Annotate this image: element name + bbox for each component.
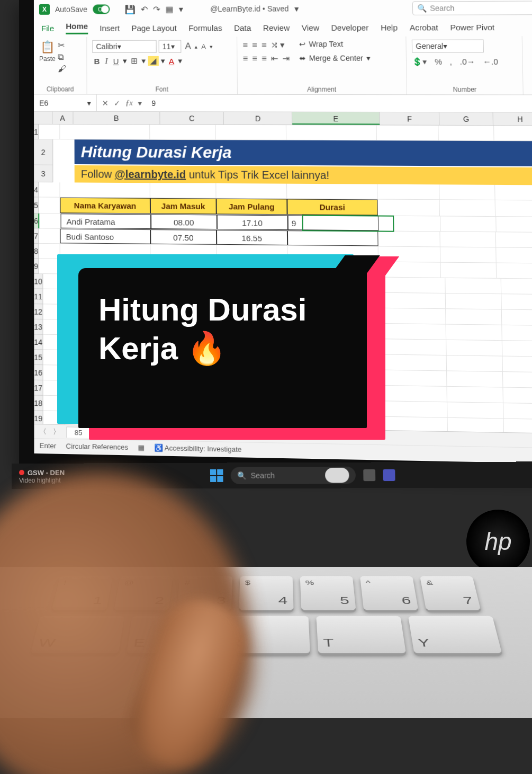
- tab-view[interactable]: View: [302, 23, 319, 32]
- tab-page-layout[interactable]: Page Layout: [131, 23, 176, 32]
- tab-power-pivot[interactable]: Power Pivot: [450, 22, 494, 32]
- tab-data[interactable]: Data: [234, 23, 251, 32]
- font-size-combo[interactable]: 11 ▾: [159, 40, 182, 53]
- fill-color-icon[interactable]: ◢: [148, 56, 158, 66]
- start-button[interactable]: [210, 469, 223, 482]
- cell-nama[interactable]: Andi Pratama: [60, 213, 151, 229]
- col-header-g[interactable]: G: [439, 112, 493, 125]
- row-header[interactable]: 17: [34, 380, 43, 396]
- row-header[interactable]: 15: [34, 350, 43, 365]
- tab-acrobat[interactable]: Acrobat: [410, 23, 438, 32]
- number-format-combo[interactable]: General ▾: [412, 40, 484, 53]
- row-header[interactable]: 12: [34, 304, 43, 319]
- row-header[interactable]: 10: [34, 274, 43, 289]
- cell-masuk[interactable]: 08.00: [151, 214, 217, 229]
- cell-durasi[interactable]: [287, 230, 378, 246]
- align-top-icon[interactable]: ≡: [242, 40, 248, 50]
- document-title[interactable]: @LearnByte.id • Saved: [210, 4, 288, 13]
- merge-center-button[interactable]: ⬌Merge & Center ▾: [299, 54, 370, 62]
- title-dropdown-icon[interactable]: ▾: [294, 4, 299, 14]
- redo-icon[interactable]: ↷: [154, 4, 160, 14]
- key-5[interactable]: %5: [300, 576, 356, 610]
- cell-pulang[interactable]: 16.55: [217, 230, 287, 245]
- row-header[interactable]: 5: [34, 197, 39, 213]
- th-durasi[interactable]: Durasi: [287, 199, 378, 215]
- font-name-combo[interactable]: Calibri ▾: [92, 40, 156, 53]
- autosave-toggle[interactable]: On: [93, 4, 120, 14]
- row-header[interactable]: 7: [34, 228, 39, 244]
- cell-masuk[interactable]: 07.50: [150, 229, 217, 245]
- save-icon[interactable]: 💾: [125, 4, 136, 14]
- font-color-icon[interactable]: A: [167, 56, 176, 65]
- underline-button[interactable]: U: [112, 56, 121, 65]
- select-all-corner[interactable]: [34, 112, 52, 124]
- fx-dropdown-icon[interactable]: ▾: [138, 99, 142, 107]
- align-middle-icon[interactable]: ≡: [252, 40, 257, 50]
- th-nama[interactable]: Nama Karyawan: [60, 198, 150, 214]
- col-header-f[interactable]: F: [380, 112, 439, 125]
- align-left-icon[interactable]: ≡: [243, 54, 248, 63]
- increase-indent-icon[interactable]: ⇥: [282, 54, 290, 64]
- format-painter-icon[interactable]: 🖌: [58, 64, 66, 74]
- qat-dropdown-icon[interactable]: ▾: [179, 4, 183, 14]
- row-header[interactable]: 14: [34, 334, 43, 350]
- borders-icon[interactable]: ⊞: [129, 56, 139, 66]
- row-header[interactable]: 9: [34, 259, 39, 274]
- key-t[interactable]: T: [316, 616, 406, 654]
- comma-format-icon[interactable]: ,: [450, 57, 453, 66]
- col-header-c[interactable]: C: [160, 112, 224, 124]
- formula-input[interactable]: 9: [147, 99, 532, 108]
- percent-format-icon[interactable]: %: [435, 57, 442, 66]
- status-accessibility[interactable]: ♿ Accessibility: Investigate: [154, 443, 241, 453]
- cell-nama[interactable]: Budi Santoso: [60, 229, 150, 244]
- formula-cancel-icon[interactable]: ✕: [102, 99, 109, 107]
- key-7[interactable]: &7: [420, 576, 481, 610]
- align-right-icon[interactable]: ≡: [262, 54, 267, 63]
- col-header-h[interactable]: H: [493, 112, 532, 125]
- orientation-icon[interactable]: ⤭ ▾: [271, 40, 285, 50]
- row-header[interactable]: 16: [34, 365, 43, 380]
- row-header[interactable]: 2: [34, 139, 53, 165]
- tab-formulas[interactable]: Formulas: [188, 23, 222, 32]
- tab-review[interactable]: Review: [263, 23, 290, 32]
- row-header[interactable]: 4: [34, 182, 39, 197]
- key-4[interactable]: $4: [239, 576, 293, 610]
- th-masuk[interactable]: Jam Masuk: [150, 198, 217, 214]
- status-stats-icon[interactable]: ▦: [138, 443, 144, 452]
- taskbar-search[interactable]: 🔍 Search: [231, 467, 356, 484]
- undo-icon[interactable]: ↶: [141, 4, 148, 14]
- align-bottom-icon[interactable]: ≡: [262, 40, 267, 50]
- row-header[interactable]: 6: [34, 213, 39, 229]
- bold-button[interactable]: B: [92, 56, 101, 65]
- col-header-e[interactable]: E: [292, 112, 380, 125]
- col-header-b[interactable]: B: [73, 112, 160, 124]
- italic-button[interactable]: I: [103, 56, 109, 65]
- tab-insert[interactable]: Insert: [100, 23, 120, 32]
- row-header[interactable]: 3: [34, 165, 53, 183]
- row-header[interactable]: 18: [34, 396, 43, 411]
- tab-help[interactable]: Help: [381, 23, 398, 32]
- taskbar-teams-icon[interactable]: [383, 469, 395, 481]
- cell-durasi-active[interactable]: 9: [287, 215, 378, 230]
- tab-developer[interactable]: Developer: [331, 23, 369, 32]
- row-header[interactable]: 8: [34, 244, 39, 259]
- increase-decimal-icon[interactable]: .0→: [460, 57, 475, 66]
- row-header[interactable]: 19: [34, 411, 43, 426]
- row-header[interactable]: 1: [34, 124, 39, 139]
- decrease-decimal-icon[interactable]: ←.0: [483, 57, 498, 67]
- paste-button[interactable]: 📋 Paste: [39, 40, 56, 63]
- tab-file[interactable]: File: [41, 23, 54, 32]
- cut-icon[interactable]: ✂: [58, 40, 66, 50]
- tab-home[interactable]: Home: [66, 22, 88, 34]
- search-box[interactable]: 🔍 Search: [412, 1, 532, 15]
- taskbar-app-icon[interactable]: [363, 469, 375, 481]
- col-header-d[interactable]: D: [224, 112, 292, 124]
- accounting-format-icon[interactable]: 💲▾: [412, 57, 427, 67]
- increase-font-icon[interactable]: A: [183, 41, 193, 52]
- fx-icon[interactable]: ƒx: [125, 99, 132, 107]
- row-header[interactable]: 11: [34, 289, 43, 304]
- row-header[interactable]: 13: [34, 319, 43, 335]
- decrease-indent-icon[interactable]: ⇤: [271, 54, 278, 64]
- sheet-nav-left-icon[interactable]: 〈: [40, 426, 47, 437]
- copy-icon[interactable]: ⧉: [58, 52, 66, 62]
